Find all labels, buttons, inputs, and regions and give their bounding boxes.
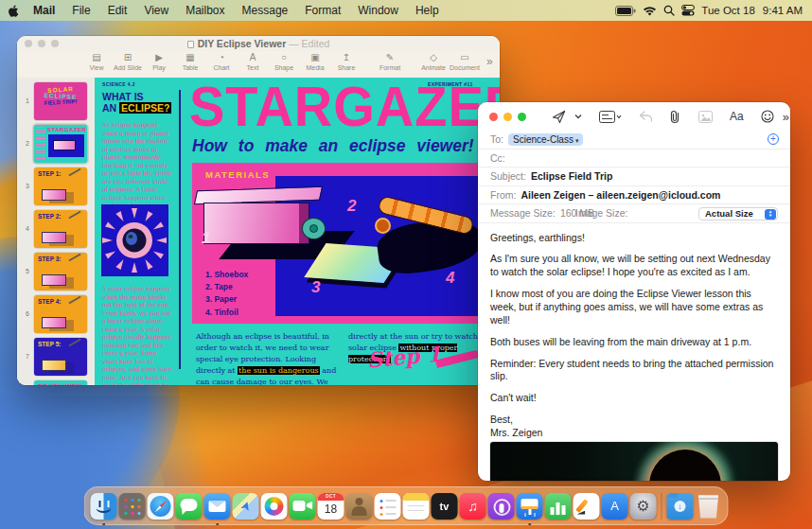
menu-file[interactable]: File: [63, 0, 98, 21]
dock-contacts[interactable]: [345, 486, 374, 525]
slide-thumbnail-5[interactable]: STEP 3:: [32, 251, 89, 292]
slide-number: 5: [17, 268, 32, 274]
highlighted-text: the sun is dangerous: [238, 366, 320, 375]
menu-mailbox[interactable]: Mailbox: [177, 0, 233, 21]
send-options-chevron-icon[interactable]: [574, 114, 591, 119]
dock-settings[interactable]: [629, 486, 658, 525]
dock-music[interactable]: [459, 486, 487, 525]
thumb-title-line: FIELD TRIP!: [34, 97, 87, 106]
more-toolbar-items-icon[interactable]: »: [783, 110, 790, 124]
menu-window[interactable]: Window: [349, 0, 407, 21]
dock-appstore[interactable]: A: [601, 486, 629, 525]
dock-mail[interactable]: [203, 486, 232, 525]
search-icon[interactable]: [663, 5, 675, 16]
close-button[interactable]: [489, 113, 498, 121]
emoji-icon[interactable]: [752, 110, 783, 123]
add-contact-button[interactable]: +: [768, 133, 779, 145]
zoom-button[interactable]: [518, 113, 526, 121]
to-field[interactable]: To: Science-Class▾ +: [478, 131, 790, 150]
image-size-popup[interactable]: Actual Size ▲▼: [698, 207, 778, 221]
table-button[interactable]: ▦Table: [181, 52, 200, 72]
signature-line: Best,: [490, 414, 778, 427]
recipient-token[interactable]: Science-Class▾: [508, 133, 583, 147]
materials-item: 2. Tape: [205, 281, 248, 293]
share-button[interactable]: ↥Share: [337, 52, 356, 72]
control-center-icon[interactable]: [681, 5, 695, 16]
wifi-icon[interactable]: [643, 6, 657, 16]
addslide-button[interactable]: ⊞Add Slide: [118, 52, 137, 72]
menu-bar-clock[interactable]: Tue Oct 18 9:41 AM: [701, 5, 803, 16]
facetime-icon: [290, 493, 316, 520]
menu-format[interactable]: Format: [296, 0, 349, 21]
dock-finder[interactable]: [90, 486, 118, 525]
chart-button[interactable]: ◔Chart: [212, 52, 231, 72]
materials-list: 1. Shoebox2. Tape3. Paper4. Tinfoil: [205, 269, 248, 319]
send-icon[interactable]: [543, 110, 574, 124]
media-button[interactable]: ▣Media: [306, 52, 325, 72]
slide-thumbnail-2[interactable]: STARGAZER: [32, 123, 89, 165]
launchpad-icon: [119, 493, 146, 520]
dock-launchpad[interactable]: [118, 486, 147, 525]
reply-icon[interactable]: [630, 111, 662, 122]
dock-notes[interactable]: [402, 486, 431, 525]
format-button[interactable]: ✎Format: [380, 52, 399, 72]
subject-field[interactable]: Subject: Eclipse Field Trip: [478, 168, 790, 186]
apple-menu-icon[interactable]: [0, 4, 25, 18]
materials-number-1: 1: [202, 229, 210, 248]
dock-calendar[interactable]: OCT18: [317, 486, 345, 525]
thumb-text-column: [36, 127, 45, 161]
thumb-step-label: STEP 1:: [38, 170, 61, 177]
dock-podcasts[interactable]: [487, 486, 516, 525]
slide-number: 1: [17, 97, 32, 104]
slide-thumbnail-8[interactable]: DID YOU KNOW...: [32, 379, 89, 386]
attach-icon[interactable]: [662, 110, 690, 124]
dock-reminders[interactable]: [374, 486, 402, 525]
text-button[interactable]: AText: [243, 52, 262, 72]
animate-icon: ◇: [430, 52, 437, 63]
more-toolbar-items-icon[interactable]: »: [486, 55, 493, 68]
dock-messages[interactable]: [175, 486, 203, 525]
cc-field[interactable]: Cc:: [478, 150, 790, 168]
menu-mail[interactable]: Mail: [25, 0, 63, 21]
menu-help[interactable]: Help: [407, 0, 448, 21]
menu-edit[interactable]: Edit: [99, 0, 136, 21]
dock-facetime[interactable]: [289, 486, 317, 525]
slide-thumbnail-4[interactable]: STEP 2:: [32, 208, 89, 250]
dock-numbers[interactable]: [544, 486, 573, 525]
slide-thumb-art: SOLARECLIPSEFIELD TRIP!: [34, 82, 87, 120]
battery-icon[interactable]: [615, 6, 636, 16]
dock-keynote[interactable]: [516, 486, 544, 525]
minimize-button[interactable]: [503, 113, 512, 121]
menu-message[interactable]: Message: [234, 0, 297, 21]
eclipse-attachment-image[interactable]: [490, 442, 778, 481]
dock-safari[interactable]: [147, 486, 175, 525]
thumb-illustration: [42, 274, 66, 286]
view-button[interactable]: ▤View: [87, 52, 106, 72]
slide-thumbnail-3[interactable]: STEP 1:: [32, 166, 89, 207]
header-fields-icon[interactable]: [591, 111, 630, 123]
photos-icon: [261, 493, 288, 520]
from-field[interactable]: From: Aileen Zeigen – aileen.zeigen@iclo…: [478, 186, 790, 205]
dock-trash[interactable]: [695, 486, 723, 525]
slide-thumbnail-7[interactable]: STEP 5:: [32, 336, 89, 378]
photo-browser-icon[interactable]: [690, 111, 721, 123]
dock-photos[interactable]: [260, 486, 289, 525]
document-button[interactable]: ▭Document: [455, 52, 474, 72]
animate-button[interactable]: ◇Animate: [424, 52, 443, 72]
play-icon: ▶: [155, 52, 163, 63]
format-icon[interactable]: Aa: [721, 110, 752, 123]
dock-tv[interactable]: tv: [431, 486, 459, 525]
slide-thumbnail-6[interactable]: STEP 4:: [32, 293, 89, 335]
mail-compose-window: Aa » To: Science-Class▾ + Cc: Subject: E…: [478, 102, 790, 481]
menu-view[interactable]: View: [135, 0, 177, 21]
message-body[interactable]: Greetings, earthlings!As I'm sure you al…: [478, 223, 790, 440]
dock-downloads[interactable]: [666, 486, 695, 525]
slide-canvas[interactable]: SCIENCE 4.2 EXPERIMENT #11 WHAT IS AN EC…: [95, 78, 500, 385]
shape-button[interactable]: ○Shape: [274, 52, 293, 72]
dock-maps[interactable]: [232, 486, 260, 525]
reminders-lines: [386, 500, 397, 502]
slide-thumbnail-1[interactable]: SOLARECLIPSEFIELD TRIP!: [32, 80, 89, 122]
dock-pages[interactable]: [573, 486, 601, 525]
play-button[interactable]: ▶Play: [150, 52, 168, 72]
keynote-window: DIY Eclipse Viewer — Edited ▤View⊞Add Sl…: [17, 36, 500, 385]
